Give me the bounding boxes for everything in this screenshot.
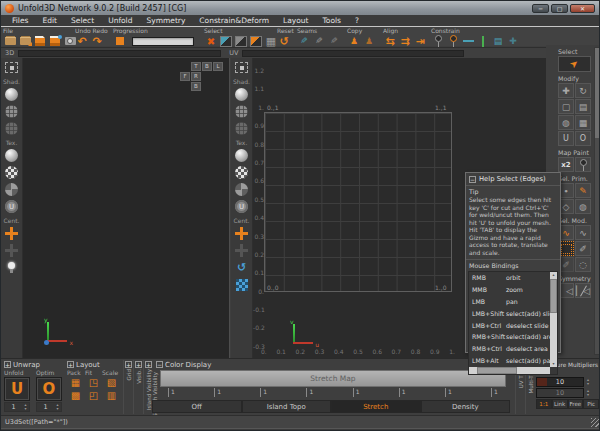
panel-scrollbar[interactable] xyxy=(594,47,600,355)
collapse-icon[interactable]: − xyxy=(156,361,163,368)
color-display-mode-button[interactable]: Stretch xyxy=(331,400,421,413)
custom-texture-icon[interactable] xyxy=(4,199,19,214)
color-display-mode-button[interactable]: Density xyxy=(421,400,511,413)
fit-icon[interactable]: ◳ xyxy=(85,377,102,389)
redo-icon[interactable]: ↷ xyxy=(90,35,104,47)
stop-icon[interactable] xyxy=(113,35,127,47)
menu-item[interactable]: Tools xyxy=(316,16,348,25)
smooth-shading-icon[interactable] xyxy=(4,87,19,102)
view-side-button[interactable]: R xyxy=(191,72,201,81)
brush-deselect-icon[interactable]: ∿ xyxy=(575,225,591,240)
u-multiplier-field[interactable]: 10 xyxy=(536,377,584,387)
checker-texture-icon[interactable] xyxy=(4,165,19,180)
select-all-icon[interactable]: ▦ xyxy=(264,35,278,47)
center-uv-icon[interactable] xyxy=(234,226,249,241)
align-cross-icon[interactable]: ⇆ xyxy=(383,35,397,47)
menu-item[interactable]: Unfold xyxy=(101,16,139,25)
multiplier-mode-button[interactable]: 1:1 xyxy=(536,399,552,409)
menu-item[interactable]: Symmetry xyxy=(139,16,192,25)
panel-scrollbar-thumb[interactable] xyxy=(595,48,599,138)
expand-icon[interactable]: + xyxy=(145,361,152,368)
move-icon[interactable]: ✚ xyxy=(558,83,574,98)
constrain-vertical-icon[interactable] xyxy=(476,35,490,47)
scale-up-icon[interactable]: ▧ xyxy=(103,377,120,389)
fit-alt-icon[interactable]: ◰ xyxy=(85,390,102,402)
select-invert-icon[interactable] xyxy=(234,35,248,47)
scale-icon[interactable]: ▢ xyxy=(558,99,574,114)
frame-select-icon[interactable] xyxy=(4,60,19,75)
optimize-local-icon[interactable]: O xyxy=(575,131,591,146)
import-file-icon[interactable] xyxy=(18,35,32,47)
expand-icon[interactable]: + xyxy=(4,361,11,368)
select-edge-pencil-icon[interactable]: ✎ xyxy=(575,183,591,198)
unfold-iterations-stepper[interactable]: 1 ▴▾ xyxy=(4,402,30,412)
menu-item[interactable]: Constrain&Deform xyxy=(192,16,276,25)
paste-mesh-icon[interactable]: ♟ xyxy=(362,35,376,47)
light-toggle-icon[interactable] xyxy=(4,260,19,275)
vertical-scrollbar-thumb[interactable] xyxy=(550,279,557,313)
visibility-strip[interactable]: + Visib. xyxy=(133,360,143,414)
reset-icon[interactable]: ↺ xyxy=(277,35,291,47)
quad-texture-icon[interactable] xyxy=(234,182,249,197)
grid-strip[interactable]: + Grid xyxy=(123,360,133,414)
collapse-icon[interactable]: − xyxy=(469,176,476,183)
center-view-icon[interactable] xyxy=(4,226,19,241)
horizontal-scrollbar[interactable] xyxy=(469,367,550,374)
minimize-button[interactable]: ─ xyxy=(532,4,549,13)
view-side-button[interactable]: L xyxy=(213,62,223,71)
constrain-grid-icon[interactable]: ▤ xyxy=(491,35,505,47)
frame-select-icon[interactable] xyxy=(234,60,249,75)
refresh-texture-icon[interactable]: ↺ xyxy=(234,260,249,275)
unpin-icon[interactable] xyxy=(446,35,460,47)
close-button[interactable]: ✕ xyxy=(570,4,595,13)
copy-mesh-icon[interactable]: ♟ xyxy=(347,35,361,47)
open-file-icon[interactable] xyxy=(3,35,17,47)
optimize-iterations-stepper[interactable]: 1 ▴▾ xyxy=(36,402,62,412)
pack-icon[interactable]: ▦ xyxy=(67,377,84,389)
grid-wrap-icon[interactable]: ▦ xyxy=(575,115,591,130)
menu-item[interactable]: ? xyxy=(348,16,366,25)
multiplier-mode-button[interactable]: Link xyxy=(552,399,568,409)
select-island-icon[interactable] xyxy=(249,35,263,47)
color-display-mode-button[interactable]: Island Topo xyxy=(242,400,332,413)
wireframe-shading-icon[interactable] xyxy=(4,104,19,119)
pin-icon[interactable] xyxy=(431,35,445,47)
stepper-arrows-icon[interactable]: ▴▾ xyxy=(22,403,29,411)
rotate-icon[interactable]: ↻ xyxy=(575,83,591,98)
clear-selection-icon[interactable]: ✖ xyxy=(204,35,218,47)
viewport-3d-filter-field[interactable] xyxy=(18,50,221,57)
circle-select-icon[interactable]: ◌ xyxy=(575,257,591,272)
stepper-arrows-icon[interactable]: ▴▾ xyxy=(584,378,592,387)
lasso-select-icon[interactable]: ✐ xyxy=(575,241,591,256)
expand-icon[interactable]: + xyxy=(135,361,142,368)
viewport-uv-filter-field[interactable] xyxy=(242,50,464,57)
weld-seam-icon[interactable]: ✎ xyxy=(312,35,326,47)
select-object-icon[interactable]: ◍ xyxy=(575,199,591,214)
symmetry-off-icon[interactable]: ▏◁ xyxy=(575,283,591,298)
menu-item[interactable]: Layout xyxy=(276,16,316,25)
view-side-button[interactable]: F xyxy=(180,72,190,81)
vertical-scrollbar[interactable] xyxy=(550,272,557,367)
tile-view-icon[interactable] xyxy=(234,277,249,292)
expand-icon[interactable]: + xyxy=(67,361,74,368)
smooth-shading-icon[interactable] xyxy=(234,87,249,102)
menu-item[interactable]: Edit xyxy=(35,16,64,25)
custom-texture-icon[interactable] xyxy=(234,199,249,214)
wireframe-shading-icon[interactable] xyxy=(234,104,249,119)
select-tool-button[interactable]: ➤ xyxy=(558,56,591,72)
unfold-button[interactable]: U xyxy=(4,377,30,401)
unfold-local-icon[interactable]: U xyxy=(558,131,574,146)
resize-grip[interactable] xyxy=(591,418,600,427)
sphere-wrap-icon[interactable]: ◍ xyxy=(558,115,574,130)
menu-item[interactable]: Files xyxy=(5,16,35,25)
stretch-map-bar[interactable]: Stretch Map xyxy=(160,370,506,387)
maximize-button[interactable]: ▢ xyxy=(551,4,568,13)
wire-shaded-icon[interactable] xyxy=(234,121,249,136)
pack-alt-icon[interactable]: ▩ xyxy=(67,390,84,402)
multiplier-mode-button[interactable]: Pic xyxy=(583,399,599,409)
stepper-arrows-icon[interactable]: ▴▾ xyxy=(584,389,592,398)
no-texture-icon[interactable] xyxy=(234,148,249,163)
multiplier-mode-button[interactable]: Free xyxy=(568,399,584,409)
select-box-icon[interactable] xyxy=(219,35,233,47)
viewport-3d[interactable]: Shad.Tex.Cent. T BLFR B y x xyxy=(1,58,230,358)
